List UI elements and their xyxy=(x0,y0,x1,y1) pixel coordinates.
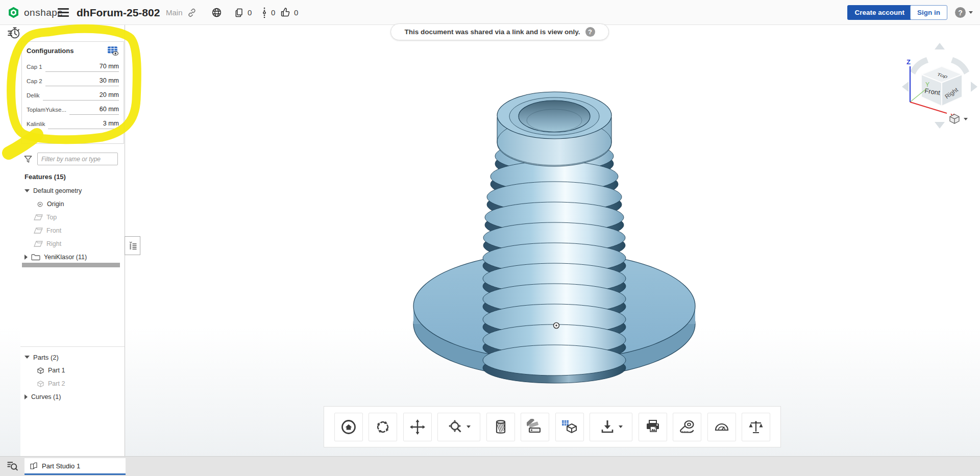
plane-icon xyxy=(34,214,43,221)
features-scrollbar[interactable] xyxy=(22,263,120,267)
pan-view-button[interactable] xyxy=(403,413,432,441)
tree-item-label: Front xyxy=(46,227,61,234)
parts-section-header[interactable]: Parts (2) xyxy=(24,350,121,364)
banner-help-button[interactable]: ? xyxy=(585,27,595,37)
tree-item-origin[interactable]: Origin xyxy=(24,197,121,211)
curves-title: Curves (1) xyxy=(31,393,61,400)
filter-input[interactable] xyxy=(37,153,118,165)
section-view-button[interactable] xyxy=(486,413,515,441)
config-label: Cap 2 xyxy=(27,78,42,86)
config-value-input[interactable]: 60 mm xyxy=(69,106,119,115)
tab-bar: Part Studio 1 xyxy=(0,456,980,476)
tab-label: Part Studio 1 xyxy=(42,462,80,470)
brand-text: onshape xyxy=(24,7,63,18)
part-icon xyxy=(37,380,44,388)
z-axis-label: Z xyxy=(906,58,911,66)
tree-item-label: Right xyxy=(46,240,61,247)
tree-item-top-plane[interactable]: Top xyxy=(24,211,121,224)
help-button[interactable]: ? xyxy=(955,7,966,18)
create-account-button[interactable]: Create account xyxy=(847,5,912,20)
chevron-down-icon[interactable] xyxy=(24,356,30,359)
y-axis-label: Y xyxy=(925,81,929,88)
copy-icon xyxy=(234,8,244,18)
feature-list-panel: Configurations Cap 1 70 mm Cap 2 30 mm D… xyxy=(20,25,125,456)
filter-icon[interactable] xyxy=(23,155,33,164)
panel-flyout-handle[interactable] xyxy=(125,236,140,255)
print-button[interactable] xyxy=(639,413,667,441)
config-row: Kalinlik 3 mm xyxy=(22,115,124,129)
part-item-2[interactable]: Part 2 xyxy=(24,377,121,390)
tree-item-folder[interactable]: YeniKlasor (11) xyxy=(24,250,121,264)
search-tabs-icon xyxy=(6,460,19,472)
config-value-input[interactable]: 30 mm xyxy=(45,77,119,86)
tree-item-label: Top xyxy=(46,214,57,221)
chevron-down-icon[interactable] xyxy=(24,189,30,192)
config-value-input[interactable]: 3 mm xyxy=(48,120,119,129)
config-label: Cap 1 xyxy=(27,64,42,72)
features-section-title: Features (15) xyxy=(24,173,66,181)
folder-icon xyxy=(31,254,40,261)
restore-history-button[interactable] xyxy=(7,26,20,42)
origin-marker xyxy=(554,323,559,329)
view-only-banner: This document was shared via a link and … xyxy=(390,23,609,40)
model-viewport[interactable] xyxy=(386,66,723,423)
named-views-button[interactable] xyxy=(555,413,584,441)
plane-icon xyxy=(34,227,43,234)
mass-properties-button[interactable] xyxy=(742,413,770,441)
plane-icon xyxy=(34,240,43,247)
main-menu-button[interactable] xyxy=(58,8,69,17)
tree-item-front-plane[interactable]: Front xyxy=(24,224,121,237)
export-options-caret-icon[interactable] xyxy=(619,425,623,428)
config-row: Cap 2 30 mm xyxy=(22,72,124,86)
view-options-cube-icon xyxy=(948,113,961,124)
help-caret-icon[interactable] xyxy=(969,11,973,14)
config-row: ToplamYukse... 60 mm xyxy=(22,101,124,115)
config-label: ToplamYukse... xyxy=(27,107,66,115)
view-only-message: This document was shared via a link and … xyxy=(404,28,580,36)
config-value-input[interactable]: 70 mm xyxy=(45,63,119,72)
configuration-table-icon[interactable] xyxy=(107,46,119,56)
protractor-button[interactable] xyxy=(707,413,736,441)
tree-item-label: Default geometry xyxy=(33,187,82,194)
configurations-title: Configurations xyxy=(27,47,74,55)
stopwatch-icon xyxy=(7,26,20,40)
rotate-view-button[interactable] xyxy=(369,413,397,441)
config-value-input[interactable]: 20 mm xyxy=(43,91,119,101)
versions-icon xyxy=(261,7,268,19)
tree-item-label: YeniKlasor (11) xyxy=(44,254,87,261)
thumbs-up-icon xyxy=(280,7,291,18)
tree-item-right-plane[interactable]: Right xyxy=(24,237,121,250)
public-globe-icon[interactable] xyxy=(211,0,222,25)
view-options-button[interactable] xyxy=(948,113,968,124)
share-link-icon[interactable] xyxy=(187,0,197,25)
copies-counter[interactable]: 0 xyxy=(234,0,252,25)
versions-counter[interactable]: 0 xyxy=(261,0,275,25)
view-options-caret-icon xyxy=(964,118,968,120)
measure-button[interactable] xyxy=(673,413,701,441)
appearance-button[interactable] xyxy=(521,413,549,441)
tab-part-studio-1[interactable]: Part Studio 1 xyxy=(24,458,126,475)
view-toolbar xyxy=(324,406,781,447)
curves-section-header[interactable]: Curves (1) xyxy=(24,390,121,404)
tab-search-button[interactable] xyxy=(6,460,19,474)
chevron-right-icon[interactable] xyxy=(24,255,28,260)
part-icon xyxy=(37,367,44,374)
onshape-logo[interactable]: onshape xyxy=(7,0,63,25)
part-item-1[interactable]: Part 1 xyxy=(24,364,121,377)
export-download-button[interactable] xyxy=(590,413,632,441)
top-cap xyxy=(497,92,611,166)
config-label: Kalinlik xyxy=(27,121,45,129)
zoom-view-button[interactable] xyxy=(437,413,480,441)
config-label: Delik xyxy=(27,92,40,101)
copies-count: 0 xyxy=(248,8,252,17)
zoom-options-caret-icon[interactable] xyxy=(467,425,471,428)
sign-in-button[interactable]: Sign in xyxy=(910,5,947,20)
fit-view-button[interactable] xyxy=(334,413,363,441)
list-toggle-icon xyxy=(128,241,138,250)
tree-item-default-geometry[interactable]: Default geometry xyxy=(24,184,121,197)
versions-count: 0 xyxy=(271,8,275,17)
config-row: Delik 20 mm xyxy=(22,86,124,101)
likes-counter[interactable]: 0 xyxy=(280,0,298,25)
origin-icon xyxy=(37,201,43,208)
chevron-right-icon[interactable] xyxy=(24,394,28,399)
